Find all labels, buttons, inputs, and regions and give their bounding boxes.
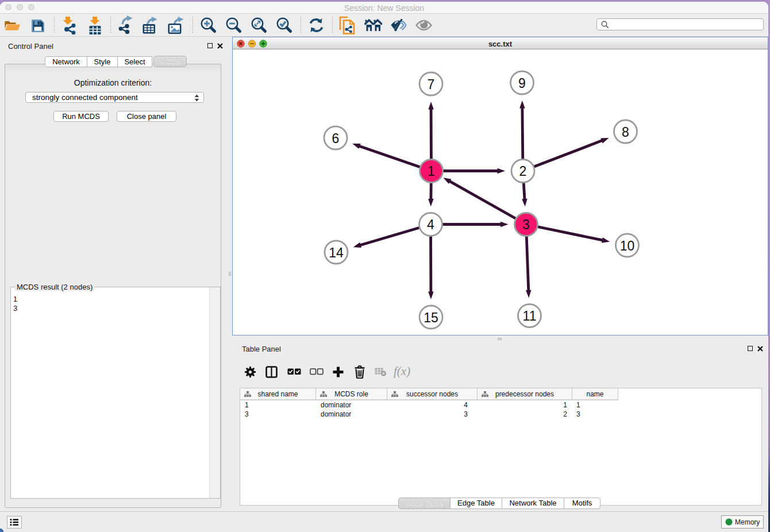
svg-text:3: 3	[522, 217, 530, 232]
svg-text:14: 14	[329, 245, 344, 260]
svg-text:9: 9	[518, 76, 526, 91]
svg-text:4: 4	[427, 217, 434, 232]
svg-text:2: 2	[519, 164, 527, 179]
svg-text:15: 15	[424, 310, 438, 325]
svg-text:8: 8	[622, 125, 629, 140]
svg-text:10: 10	[620, 238, 635, 253]
svg-text:7: 7	[428, 77, 435, 92]
svg-text:11: 11	[523, 309, 537, 323]
svg-text:1: 1	[428, 164, 435, 179]
svg-text:6: 6	[332, 131, 340, 146]
